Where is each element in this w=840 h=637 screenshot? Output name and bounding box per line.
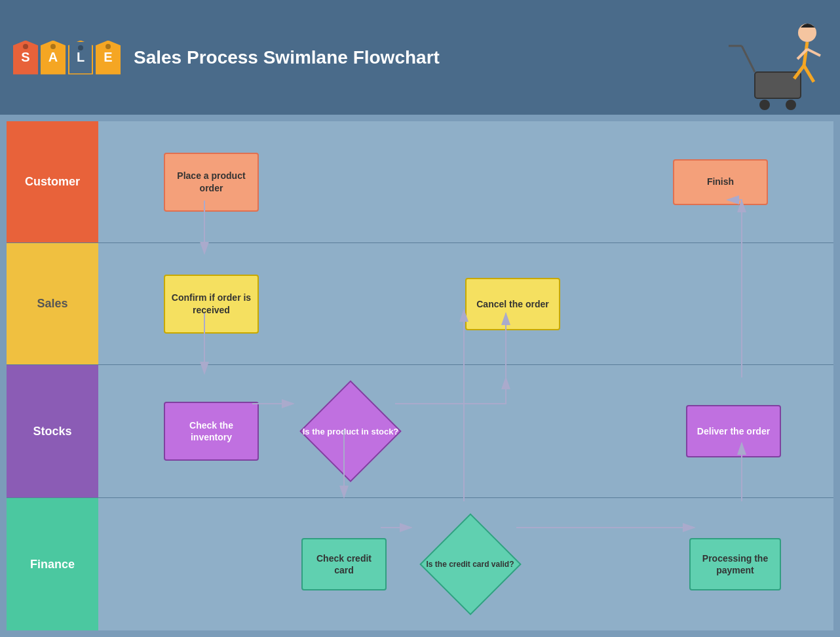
sales-lane: Sales Confirm if order is received Cance… xyxy=(7,243,833,365)
tag-s-icon: S xyxy=(13,41,38,75)
swimlane-area: Customer Place a product order Finish Sa… xyxy=(0,115,840,637)
check-credit-box: Check credit card xyxy=(301,538,387,590)
cart-illustration-icon xyxy=(722,13,827,115)
in-stock-diamond-container: Is the product in stock? xyxy=(301,405,400,457)
tag-e-icon: E xyxy=(96,41,121,75)
customer-content: Place a product order Finish xyxy=(98,121,833,242)
cancel-order-box: Cancel the order xyxy=(465,278,560,330)
credit-valid-label: Is the credit card valid? xyxy=(426,560,514,569)
stocks-label: Stocks xyxy=(7,365,98,497)
check-inventory-box: Check the inventory xyxy=(164,402,259,461)
finance-label: Finance xyxy=(7,498,98,630)
svg-line-1 xyxy=(742,46,755,72)
page-title: Sales Process Swimlane Flowchart xyxy=(134,47,440,68)
stocks-lane: Stocks Check the inventory Is the produc… xyxy=(7,365,833,498)
in-stock-label: Is the product in stock? xyxy=(303,427,399,436)
place-order-box: Place a product order xyxy=(164,153,259,212)
svg-point-4 xyxy=(786,100,796,110)
svg-point-3 xyxy=(759,100,770,110)
processing-payment-box: Processing the payment xyxy=(689,538,781,590)
finance-content: Check credit card Is the credit card val… xyxy=(98,498,833,630)
tag-a-icon: A xyxy=(41,41,66,75)
finance-lane: Finance Check credit card Is the credit … xyxy=(7,498,833,630)
finish-box: Finish xyxy=(673,159,768,205)
customer-label: Customer xyxy=(7,121,98,242)
svg-line-10 xyxy=(807,49,820,56)
deliver-order-box: Deliver the order xyxy=(686,405,781,457)
confirm-order-box: Confirm if order is received xyxy=(164,275,259,334)
tag-l-icon: L xyxy=(68,41,93,75)
svg-rect-0 xyxy=(755,72,801,98)
stocks-content: Check the inventory Is the product in st… xyxy=(98,365,833,497)
credit-valid-diamond-container: Is the credit card valid? xyxy=(419,538,521,590)
sales-content: Confirm if order is received Cancel the … xyxy=(98,243,833,364)
header: S A L E Sales Process Swimlane Flowchart xyxy=(0,0,840,115)
sale-tags-icon: S A L E xyxy=(13,41,121,75)
customer-lane: Customer Place a product order Finish xyxy=(7,121,833,243)
sales-label: Sales xyxy=(7,243,98,364)
app-container: S A L E Sales Process Swimlane Flowchart xyxy=(0,0,840,637)
svg-line-8 xyxy=(804,66,814,82)
